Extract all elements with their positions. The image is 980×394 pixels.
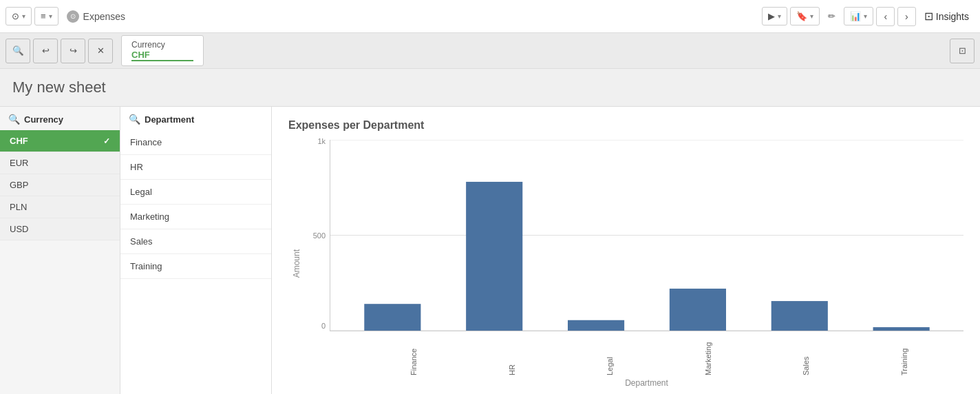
insights-button[interactable]: ⊡ Insights bbox=[919, 6, 974, 26]
redo-button[interactable]: ↩ bbox=[61, 39, 85, 63]
undo-icon: ↩ bbox=[42, 45, 50, 56]
main-content: 🔍 Currency CHF ✓ EUR GBP PLN USD 🔍 Depar… bbox=[0, 107, 980, 394]
app-icon: ⊙ bbox=[67, 10, 79, 23]
currency-item-eur[interactable]: EUR bbox=[0, 152, 120, 174]
department-panel-header: 🔍 Department bbox=[120, 107, 271, 130]
undo-button[interactable]: ↩ bbox=[33, 39, 58, 63]
bar-training[interactable] bbox=[873, 327, 930, 331]
selection-icon-button[interactable]: ⊡ bbox=[950, 39, 974, 63]
play-dropdown-icon: ▾ bbox=[778, 12, 781, 20]
toolbar-right: ▶ ▾ 🔖 ▾ ✏ 📊 ▾ ‹ › ⊡ Insights bbox=[762, 6, 974, 26]
bar-hr[interactable] bbox=[466, 182, 522, 331]
bookmark-button[interactable]: 🔖 ▾ bbox=[790, 7, 820, 25]
y-tick-500: 500 bbox=[313, 231, 326, 240]
check-icon: ✓ bbox=[103, 136, 110, 146]
home-dropdown-icon: ▾ bbox=[22, 12, 25, 20]
x-label-training: Training bbox=[900, 334, 908, 375]
y-tick-0: 0 bbox=[321, 322, 326, 330]
bar-finance[interactable] bbox=[364, 304, 420, 331]
currency-label-eur: EUR bbox=[10, 158, 28, 168]
department-search-icon: 🔍 bbox=[129, 114, 140, 125]
currency-panel-title: Currency bbox=[24, 114, 63, 125]
x-label-legal: Legal bbox=[606, 334, 614, 375]
bookmark-dropdown-icon: ▾ bbox=[810, 12, 813, 20]
sheet-title: My new sheet bbox=[12, 79, 968, 96]
currency-item-usd[interactable]: USD bbox=[0, 218, 120, 240]
dept-item-hr[interactable]: HR bbox=[120, 155, 271, 180]
edit-button[interactable]: ✏ bbox=[822, 8, 841, 25]
home-button[interactable]: ⊙ ▾ bbox=[6, 7, 32, 25]
insights-icon: ⊡ bbox=[924, 10, 933, 23]
chart-icon: 📊 bbox=[850, 11, 861, 21]
redo-icon: ↩ bbox=[70, 45, 77, 56]
chart-dropdown-icon: ▾ bbox=[864, 12, 867, 20]
bookmark-icon: 🔖 bbox=[796, 11, 807, 21]
department-panel: 🔍 Department Finance HR Legal Marketing … bbox=[120, 107, 272, 394]
nav-next-button[interactable]: › bbox=[897, 7, 916, 26]
top-toolbar: ⊙ ▾ ≡ ▾ ⊙ Expenses ▶ ▾ 🔖 ▾ ✏ 📊 ▾ ‹ › bbox=[0, 0, 980, 33]
chart-button[interactable]: 📊 ▾ bbox=[844, 7, 873, 25]
chart-svg bbox=[330, 140, 963, 331]
pencil-icon: ✏ bbox=[828, 11, 835, 21]
currency-filter-chip[interactable]: Currency CHF bbox=[121, 35, 204, 66]
x-label-marketing: Marketing bbox=[704, 334, 712, 375]
currency-item-pln[interactable]: PLN bbox=[0, 196, 120, 218]
currency-label-gbp: GBP bbox=[10, 180, 28, 190]
currency-item-chf[interactable]: CHF ✓ bbox=[0, 130, 120, 152]
filter-tools-left: 🔍 ↩ ↩ ✕ Currency CHF bbox=[6, 35, 204, 66]
y-axis-label: Amount bbox=[292, 249, 301, 278]
chart-title: Expenses per Department bbox=[288, 119, 963, 132]
bar-sales[interactable] bbox=[771, 301, 828, 331]
list-icon: ≡ bbox=[41, 11, 46, 21]
x-label-finance: Finance bbox=[409, 334, 418, 375]
chart-bars-area bbox=[330, 140, 963, 331]
insights-label: Insights bbox=[936, 11, 969, 22]
currency-panel: 🔍 Currency CHF ✓ EUR GBP PLN USD bbox=[0, 107, 120, 394]
presentation-button[interactable]: ▶ ▾ bbox=[762, 7, 787, 25]
currency-label-pln: PLN bbox=[10, 202, 27, 212]
x-axis-labels: Finance HR Legal Marketing Sales Trainin… bbox=[305, 334, 963, 375]
bar-legal[interactable] bbox=[568, 320, 624, 331]
y-axis: 1k 500 0 bbox=[305, 140, 330, 331]
app-name-label: Expenses bbox=[83, 11, 125, 22]
currency-item-gbp[interactable]: GBP bbox=[0, 174, 120, 196]
x-label-sales: Sales bbox=[802, 334, 810, 375]
chart-panel: Expenses per Department Amount 1k 500 0 bbox=[272, 107, 980, 394]
chip-label: Currency bbox=[131, 40, 193, 50]
dept-item-sales[interactable]: Sales bbox=[120, 229, 271, 254]
clear-icon: ✕ bbox=[97, 45, 105, 56]
dept-item-training[interactable]: Training bbox=[120, 254, 271, 279]
dept-item-legal[interactable]: Legal bbox=[120, 180, 271, 205]
chip-value: CHF bbox=[131, 50, 193, 61]
sheet-title-bar: My new sheet bbox=[0, 69, 980, 107]
toolbar-left: ⊙ ▾ ≡ ▾ ⊙ Expenses bbox=[6, 7, 131, 25]
department-panel-title: Department bbox=[145, 114, 194, 125]
nav-prev-button[interactable]: ‹ bbox=[876, 7, 895, 26]
selection-icon: ⊡ bbox=[959, 45, 966, 56]
clear-button[interactable]: ✕ bbox=[88, 39, 113, 63]
search-filter-button[interactable]: 🔍 bbox=[6, 39, 30, 63]
filter-tools-right: ⊡ bbox=[950, 39, 974, 63]
filter-toolbar: 🔍 ↩ ↩ ✕ Currency CHF ⊡ bbox=[0, 33, 980, 69]
dept-item-finance[interactable]: Finance bbox=[120, 130, 271, 155]
compass-icon: ⊙ bbox=[12, 11, 19, 21]
currency-label-chf: CHF bbox=[10, 136, 28, 146]
play-icon: ▶ bbox=[768, 11, 775, 21]
y-tick-1k: 1k bbox=[317, 137, 326, 145]
currency-label-usd: USD bbox=[10, 224, 28, 234]
x-axis-title: Department bbox=[305, 378, 963, 388]
currency-search-icon: 🔍 bbox=[8, 114, 20, 125]
list-button[interactable]: ≡ ▾ bbox=[34, 7, 58, 25]
app-name-display: ⊙ Expenses bbox=[61, 10, 131, 23]
search-icon: 🔍 bbox=[12, 45, 24, 56]
x-label-hr: HR bbox=[508, 334, 516, 375]
currency-panel-header: 🔍 Currency bbox=[0, 107, 120, 130]
bar-marketing[interactable] bbox=[670, 289, 726, 331]
dept-item-marketing[interactable]: Marketing bbox=[120, 205, 271, 229]
list-dropdown-icon: ▾ bbox=[49, 12, 52, 20]
